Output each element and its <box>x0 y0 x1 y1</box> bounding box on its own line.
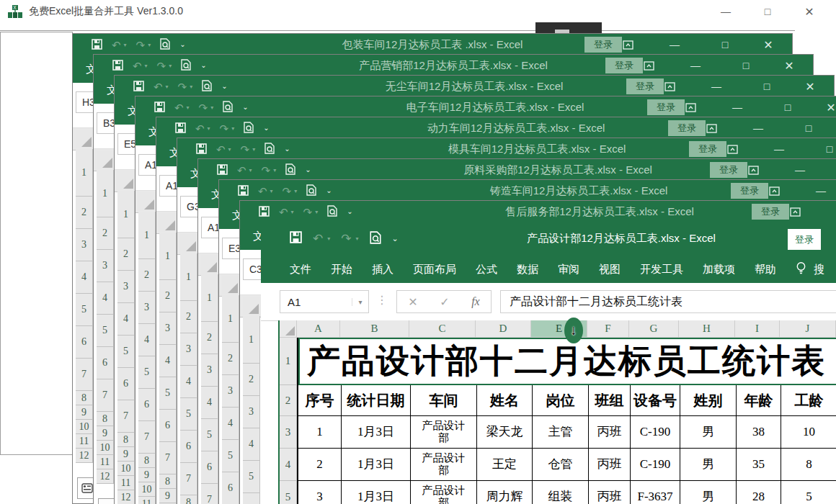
redo-icon[interactable]: ↷ <box>341 233 351 245</box>
undo-icon[interactable]: ↶ <box>279 207 288 217</box>
ribbon-display-options-icon[interactable] <box>773 207 817 217</box>
row-header[interactable]: 4 <box>180 366 197 398</box>
print-preview-icon[interactable] <box>202 80 212 93</box>
data-cell-r4c9[interactable]: 35 <box>737 449 781 481</box>
row-header[interactable]: 1 <box>180 253 197 301</box>
minimize-button[interactable]: — <box>649 39 700 50</box>
undo-dropdown-icon[interactable]: ▾ <box>228 146 231 153</box>
excel-titlebar[interactable]: ↶▾ ↷▾ ⌄ 售后服务部12月达标员工表.xlsx - Excel 登录 — … <box>240 201 836 222</box>
data-cell-r5c1[interactable]: 3 <box>298 481 342 504</box>
row-header[interactable]: 5 <box>138 356 156 389</box>
row-header[interactable]: 7 <box>180 463 197 495</box>
row-header[interactable]: 5 <box>159 377 177 410</box>
redo-dropdown-icon[interactable]: ▾ <box>148 42 151 48</box>
redo-dropdown-icon[interactable]: ▾ <box>252 146 255 153</box>
row-header[interactable]: 11 <box>138 497 156 504</box>
data-cell-r3c1[interactable]: 1 <box>298 416 342 449</box>
customize-qat-icon[interactable]: ⌄ <box>221 83 227 90</box>
data-cell-r3c10[interactable]: 10 <box>781 416 836 449</box>
minimize-button[interactable]: — <box>712 102 762 113</box>
redo-icon[interactable]: ↷ <box>241 144 250 155</box>
redo-icon[interactable]: ↷ <box>157 60 166 71</box>
customize-qat-icon[interactable]: ⌄ <box>200 62 206 69</box>
file-list-panel[interactable] <box>0 32 73 455</box>
data-cell-r5c2[interactable]: 1月3日 <box>342 481 411 504</box>
header-cell-2[interactable]: 统计日期 <box>342 385 411 416</box>
minimize-button[interactable]: — <box>796 185 836 197</box>
header-cell-10[interactable]: 工龄 <box>781 385 836 416</box>
data-cell-r4c1[interactable]: 2 <box>298 449 342 481</box>
save-icon[interactable] <box>154 102 165 114</box>
row-header[interactable]: 10 <box>97 441 114 455</box>
data-cell-r4c6[interactable]: 丙班 <box>589 449 631 481</box>
close-button[interactable]: ✕ <box>771 59 807 73</box>
row-header[interactable]: 6 <box>159 410 177 442</box>
undo-icon[interactable]: ↶ <box>258 186 267 197</box>
row-header[interactable]: 6 <box>117 368 135 400</box>
enter-icon[interactable]: ✓ <box>440 295 449 309</box>
row-header[interactable]: 3 <box>76 229 93 261</box>
ribbon-tab-11[interactable]: 帮助 <box>755 263 776 276</box>
select-all-corner[interactable] <box>222 276 239 294</box>
excel-titlebar[interactable]: ↶▾ ↷▾ ⌄ 无尘车间12月达标员工表.xlsx - Excel 登录 — □… <box>115 76 834 97</box>
row-header[interactable]: 8 <box>97 412 114 426</box>
tell-me-lightbulb-icon[interactable] <box>796 261 806 278</box>
column-header-B[interactable]: B <box>340 320 409 338</box>
row-header[interactable]: 10 <box>138 482 156 497</box>
row-header[interactable]: 1 <box>159 233 177 280</box>
row-header[interactable]: 1 <box>201 274 218 322</box>
excel-titlebar[interactable]: ↶▾ ↷▾ ⌄ 包装车间12月达标员工表 .xlsx - Excel 登录 — … <box>73 34 792 55</box>
minimize-button[interactable]: — <box>670 60 721 71</box>
row-header[interactable]: 4 <box>138 324 156 356</box>
data-cell-r3c2[interactable]: 1月3日 <box>342 416 411 449</box>
ribbon-tab-10[interactable]: 加载项 <box>703 263 735 276</box>
select-all-corner[interactable] <box>97 150 114 169</box>
excel-titlebar[interactable]: ↶▾ ↷▾ ⌄ 动力车间12月达标员工表.xlsx - Excel 登录 — □… <box>156 117 836 139</box>
print-preview-icon[interactable] <box>285 163 295 176</box>
row-header[interactable]: 3 <box>97 250 114 282</box>
row-header[interactable]: 10 <box>117 462 135 476</box>
data-cell-r3c5[interactable]: 主管 <box>533 416 589 449</box>
ribbon-tab-6[interactable]: 数据 <box>517 263 538 276</box>
header-cell-8[interactable]: 姓别 <box>680 385 737 416</box>
row-header[interactable]: 5 <box>117 336 135 368</box>
row-header[interactable]: 4 <box>117 303 135 336</box>
select-all-corner[interactable] <box>117 171 135 190</box>
ribbon-tab-4[interactable]: 页面布局 <box>413 263 456 276</box>
row-header[interactable]: 4 <box>97 282 114 315</box>
formula-bar-input[interactable]: 产品设计部十二月达标员工统计表 <box>500 290 836 313</box>
row-header[interactable]: 2 <box>138 259 156 292</box>
row-header[interactable]: 8 <box>138 454 156 468</box>
customize-qat-icon[interactable]: ⌄ <box>305 166 311 174</box>
save-icon[interactable] <box>238 185 249 197</box>
customize-qat-icon[interactable]: ⌄ <box>263 125 269 132</box>
excel-titlebar[interactable]: ↶▾ ↷▾ ⌄ 原料采购部12月达标员工表.xlsx - Excel 登录 — … <box>198 159 836 181</box>
column-header-F[interactable]: F <box>587 320 629 338</box>
save-icon[interactable] <box>92 39 102 51</box>
row-header[interactable]: 6 <box>222 472 239 504</box>
maximize-button[interactable]: □ <box>825 164 836 176</box>
column-header-A[interactable]: A <box>297 320 340 338</box>
print-preview-icon[interactable] <box>327 205 337 218</box>
row-header[interactable]: 3 <box>222 375 239 408</box>
ribbon-tab-5[interactable]: 公式 <box>476 263 497 276</box>
header-cell-7[interactable]: 设备号 <box>631 385 680 416</box>
excel-titlebar[interactable]: ↶▾ ↷▾ ⌄ 模具车间12月达标员工表.xlsx - Excel 登录 — □… <box>177 138 836 160</box>
redo-dropdown-icon[interactable]: ▾ <box>356 235 359 242</box>
row-header[interactable]: 7 <box>97 379 114 412</box>
undo-icon[interactable]: ↶ <box>216 144 226 155</box>
formula-bar-handle[interactable]: ⋮ <box>376 293 388 307</box>
undo-dropdown-icon[interactable]: ▾ <box>270 188 273 194</box>
redo-dropdown-icon[interactable]: ▾ <box>294 188 297 194</box>
data-cell-r5c7[interactable]: F-3637 <box>631 481 680 504</box>
ribbon-display-options-icon[interactable] <box>669 103 712 112</box>
customize-qat-icon[interactable]: ⌄ <box>326 187 332 194</box>
app-titlebar[interactable]: X 免费Excel批量合并工具 Ver1.3.0.0 — □ ✕ <box>0 0 836 23</box>
save-icon[interactable] <box>112 60 123 72</box>
excel-titlebar[interactable]: ↶▾ ↷▾ ⌄ 产品营销部12月达标员工表.xlsx - Excel 登录 — … <box>94 55 813 76</box>
row-header[interactable]: 12 <box>117 490 135 504</box>
row-header[interactable]: 12 <box>76 449 93 463</box>
column-header-C[interactable]: C <box>409 320 476 338</box>
select-all-corner[interactable] <box>138 192 156 211</box>
select-all-corner[interactable] <box>180 234 197 253</box>
